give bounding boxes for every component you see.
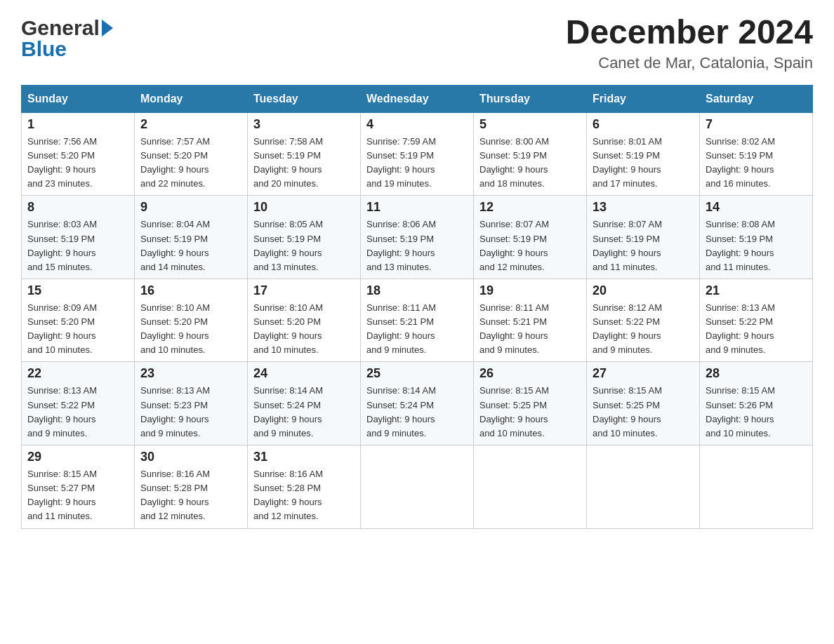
day-number: 30: [140, 450, 241, 464]
day-info: Sunrise: 7:57 AMSunset: 5:20 PMDaylight:…: [140, 135, 241, 192]
calendar-day-24: 24Sunrise: 8:14 AMSunset: 5:24 PMDayligh…: [248, 362, 361, 445]
calendar-header-monday: Monday: [135, 85, 248, 112]
calendar-day-25: 25Sunrise: 8:14 AMSunset: 5:24 PMDayligh…: [361, 362, 474, 445]
day-info: Sunrise: 8:10 AMSunset: 5:20 PMDaylight:…: [140, 301, 241, 358]
calendar-day-14: 14Sunrise: 8:08 AMSunset: 5:19 PMDayligh…: [700, 196, 813, 279]
logo-general-text: General: [21, 18, 100, 39]
calendar-week-row: 29Sunrise: 8:15 AMSunset: 5:27 PMDayligh…: [22, 445, 813, 529]
logo-line1: General: [21, 18, 113, 39]
day-number: 6: [593, 117, 694, 132]
day-number: 22: [27, 366, 128, 381]
calendar-day-empty: [587, 445, 700, 529]
calendar-day-26: 26Sunrise: 8:15 AMSunset: 5:25 PMDayligh…: [474, 362, 587, 445]
calendar-week-row: 22Sunrise: 8:13 AMSunset: 5:22 PMDayligh…: [22, 362, 813, 445]
day-number: 19: [479, 283, 581, 298]
calendar-day-4: 4Sunrise: 7:59 AMSunset: 5:19 PMDaylight…: [361, 112, 474, 196]
day-number: 2: [140, 117, 241, 132]
day-info: Sunrise: 8:04 AMSunset: 5:19 PMDaylight:…: [140, 217, 241, 274]
calendar-day-1: 1Sunrise: 7:56 AMSunset: 5:20 PMDaylight…: [22, 112, 135, 196]
day-info: Sunrise: 8:08 AMSunset: 5:19 PMDaylight:…: [706, 217, 807, 274]
calendar-header-wednesday: Wednesday: [361, 85, 474, 112]
day-info: Sunrise: 8:01 AMSunset: 5:19 PMDaylight:…: [593, 135, 694, 192]
logo-blue-text: Blue: [21, 39, 67, 60]
day-number: 31: [253, 450, 355, 464]
calendar-week-row: 15Sunrise: 8:09 AMSunset: 5:20 PMDayligh…: [22, 279, 813, 362]
day-number: 10: [253, 200, 355, 215]
calendar-day-16: 16Sunrise: 8:10 AMSunset: 5:20 PMDayligh…: [135, 279, 248, 362]
day-info: Sunrise: 8:11 AMSunset: 5:21 PMDaylight:…: [479, 301, 581, 358]
day-number: 12: [479, 200, 581, 215]
calendar-header-friday: Friday: [587, 85, 700, 112]
calendar-day-5: 5Sunrise: 8:00 AMSunset: 5:19 PMDaylight…: [474, 112, 587, 196]
calendar-day-2: 2Sunrise: 7:57 AMSunset: 5:20 PMDaylight…: [135, 112, 248, 196]
header: General Blue December 2024 Canet de Mar,…: [21, 14, 813, 72]
calendar-day-10: 10Sunrise: 8:05 AMSunset: 5:19 PMDayligh…: [248, 196, 361, 279]
day-info: Sunrise: 8:03 AMSunset: 5:19 PMDaylight:…: [27, 217, 128, 274]
logo: General Blue: [21, 14, 113, 60]
day-info: Sunrise: 8:16 AMSunset: 5:28 PMDaylight:…: [253, 467, 355, 524]
day-info: Sunrise: 8:00 AMSunset: 5:19 PMDaylight:…: [479, 135, 581, 192]
calendar-week-row: 1Sunrise: 7:56 AMSunset: 5:20 PMDaylight…: [22, 112, 813, 196]
day-number: 14: [706, 200, 807, 215]
day-info: Sunrise: 8:15 AMSunset: 5:25 PMDaylight:…: [593, 384, 694, 441]
calendar-header-row: SundayMondayTuesdayWednesdayThursdayFrid…: [22, 85, 813, 112]
calendar-table: SundayMondayTuesdayWednesdayThursdayFrid…: [21, 85, 813, 529]
calendar-day-empty: [700, 445, 813, 529]
location-subtitle: Canet de Mar, Catalonia, Spain: [566, 54, 813, 72]
day-info: Sunrise: 8:15 AMSunset: 5:26 PMDaylight:…: [706, 384, 807, 441]
calendar-day-20: 20Sunrise: 8:12 AMSunset: 5:22 PMDayligh…: [587, 279, 700, 362]
day-info: Sunrise: 8:13 AMSunset: 5:23 PMDaylight:…: [140, 384, 241, 441]
calendar-body: 1Sunrise: 7:56 AMSunset: 5:20 PMDaylight…: [22, 112, 813, 528]
day-number: 21: [706, 283, 807, 298]
calendar-day-8: 8Sunrise: 8:03 AMSunset: 5:19 PMDaylight…: [22, 196, 135, 279]
day-info: Sunrise: 8:02 AMSunset: 5:19 PMDaylight:…: [706, 135, 807, 192]
calendar-day-17: 17Sunrise: 8:10 AMSunset: 5:20 PMDayligh…: [248, 279, 361, 362]
calendar-day-9: 9Sunrise: 8:04 AMSunset: 5:19 PMDaylight…: [135, 196, 248, 279]
calendar-day-12: 12Sunrise: 8:07 AMSunset: 5:19 PMDayligh…: [474, 196, 587, 279]
calendar-day-19: 19Sunrise: 8:11 AMSunset: 5:21 PMDayligh…: [474, 279, 587, 362]
calendar-day-28: 28Sunrise: 8:15 AMSunset: 5:26 PMDayligh…: [700, 362, 813, 445]
calendar-day-7: 7Sunrise: 8:02 AMSunset: 5:19 PMDaylight…: [700, 112, 813, 196]
day-info: Sunrise: 8:10 AMSunset: 5:20 PMDaylight:…: [253, 301, 355, 358]
day-number: 11: [366, 200, 468, 215]
day-number: 5: [479, 117, 581, 132]
day-number: 9: [140, 200, 241, 215]
day-info: Sunrise: 8:14 AMSunset: 5:24 PMDaylight:…: [366, 384, 468, 441]
day-number: 20: [593, 283, 694, 298]
day-info: Sunrise: 7:59 AMSunset: 5:19 PMDaylight:…: [366, 135, 468, 192]
calendar-day-29: 29Sunrise: 8:15 AMSunset: 5:27 PMDayligh…: [22, 445, 135, 529]
day-info: Sunrise: 8:15 AMSunset: 5:27 PMDaylight:…: [27, 467, 128, 524]
calendar-day-18: 18Sunrise: 8:11 AMSunset: 5:21 PMDayligh…: [361, 279, 474, 362]
day-info: Sunrise: 8:14 AMSunset: 5:24 PMDaylight:…: [253, 384, 355, 441]
day-info: Sunrise: 7:58 AMSunset: 5:19 PMDaylight:…: [253, 135, 355, 192]
day-info: Sunrise: 8:13 AMSunset: 5:22 PMDaylight:…: [706, 301, 807, 358]
day-info: Sunrise: 8:12 AMSunset: 5:22 PMDaylight:…: [593, 301, 694, 358]
day-info: Sunrise: 8:07 AMSunset: 5:19 PMDaylight:…: [479, 217, 581, 274]
day-number: 24: [253, 366, 355, 381]
day-info: Sunrise: 8:15 AMSunset: 5:25 PMDaylight:…: [479, 384, 581, 441]
day-number: 26: [479, 366, 581, 381]
calendar-header-sunday: Sunday: [22, 85, 135, 112]
day-number: 4: [366, 117, 468, 132]
calendar-day-6: 6Sunrise: 8:01 AMSunset: 5:19 PMDaylight…: [587, 112, 700, 196]
calendar-day-23: 23Sunrise: 8:13 AMSunset: 5:23 PMDayligh…: [135, 362, 248, 445]
calendar-day-3: 3Sunrise: 7:58 AMSunset: 5:19 PMDaylight…: [248, 112, 361, 196]
day-number: 8: [27, 200, 128, 215]
day-info: Sunrise: 8:16 AMSunset: 5:28 PMDaylight:…: [140, 467, 241, 524]
day-number: 13: [593, 200, 694, 215]
day-info: Sunrise: 8:07 AMSunset: 5:19 PMDaylight:…: [593, 217, 694, 274]
day-info: Sunrise: 7:56 AMSunset: 5:20 PMDaylight:…: [27, 135, 128, 192]
calendar-day-11: 11Sunrise: 8:06 AMSunset: 5:19 PMDayligh…: [361, 196, 474, 279]
day-number: 15: [27, 283, 128, 298]
day-number: 23: [140, 366, 241, 381]
day-number: 7: [706, 117, 807, 132]
day-number: 29: [27, 450, 128, 464]
day-info: Sunrise: 8:11 AMSunset: 5:21 PMDaylight:…: [366, 301, 468, 358]
day-number: 3: [253, 117, 355, 132]
calendar-header-saturday: Saturday: [700, 85, 813, 112]
day-number: 27: [593, 366, 694, 381]
calendar-day-27: 27Sunrise: 8:15 AMSunset: 5:25 PMDayligh…: [587, 362, 700, 445]
day-number: 16: [140, 283, 241, 298]
calendar-day-30: 30Sunrise: 8:16 AMSunset: 5:28 PMDayligh…: [135, 445, 248, 529]
day-info: Sunrise: 8:09 AMSunset: 5:20 PMDaylight:…: [27, 301, 128, 358]
